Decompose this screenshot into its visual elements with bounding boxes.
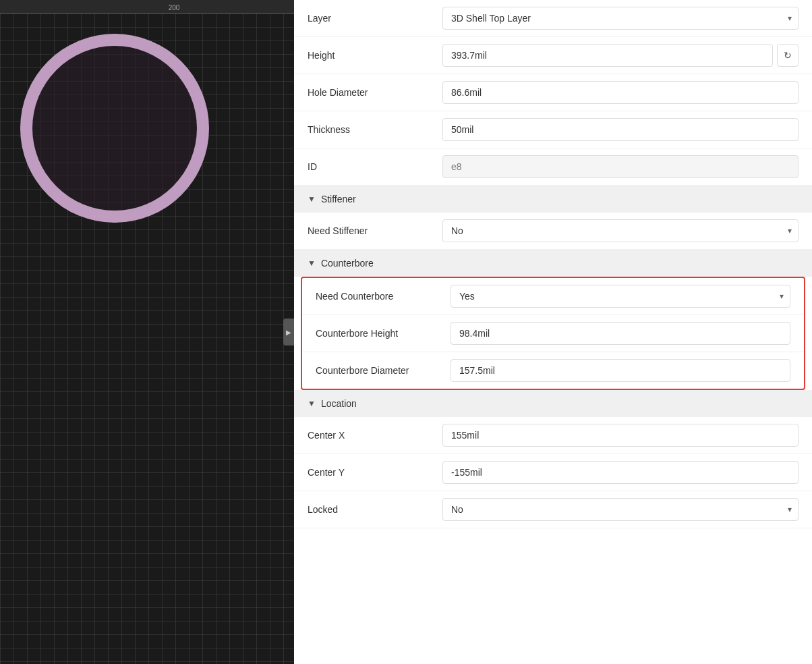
counterbore-height-label: Counterbore Height <box>316 328 451 339</box>
layer-select-wrapper: 3D Shell Top Layer 3D Shell Bottom Layer… <box>442 7 799 30</box>
height-refresh-button[interactable]: ↻ <box>777 44 799 67</box>
thickness-label: Thickness <box>308 124 442 135</box>
counterbore-diameter-label: Counterbore Diameter <box>316 365 451 376</box>
layer-select[interactable]: 3D Shell Top Layer 3D Shell Bottom Layer… <box>442 7 799 30</box>
need-stiffener-select-wrapper: No Yes ▾ <box>442 219 799 242</box>
ruler-top: 200 <box>0 0 294 13</box>
counterbore-diameter-row: Counterbore Diameter <box>302 352 804 389</box>
location-chevron-icon: ▼ <box>308 399 316 408</box>
location-section-header[interactable]: ▼ Location <box>294 390 812 417</box>
layer-row: Layer 3D Shell Top Layer 3D Shell Bottom… <box>294 0 812 37</box>
counterbore-section-header[interactable]: ▼ Counterbore <box>294 250 812 277</box>
center-y-input[interactable] <box>442 461 799 484</box>
height-label: Height <box>308 50 442 61</box>
counterbore-diameter-input[interactable] <box>451 359 790 382</box>
height-input[interactable] <box>442 44 773 67</box>
center-y-label: Center Y <box>308 467 442 478</box>
properties-panel: Layer 3D Shell Top Layer 3D Shell Bottom… <box>294 0 812 664</box>
ruler-mark-200: 200 <box>169 4 180 11</box>
height-input-wrapper: ↻ <box>442 44 799 67</box>
hole-diameter-input[interactable] <box>442 81 799 104</box>
need-counterbore-label: Need Counterbore <box>316 291 451 302</box>
need-stiffener-label: Need Stiffener <box>308 225 442 236</box>
stiffener-section-title: Stiffener <box>321 194 356 204</box>
counterbore-chevron-icon: ▼ <box>308 258 316 268</box>
counterbore-height-row: Counterbore Height <box>302 315 804 352</box>
locked-label: Locked <box>308 504 442 515</box>
need-counterbore-select[interactable]: Yes No <box>451 285 790 308</box>
counterbore-height-input[interactable] <box>451 322 790 345</box>
hole-diameter-row: Hole Diameter <box>294 74 812 111</box>
height-row: Height ↻ <box>294 37 812 74</box>
id-label: ID <box>308 161 442 172</box>
need-counterbore-select-wrapper: Yes No ▾ <box>451 285 790 308</box>
locked-select[interactable]: No Yes <box>442 498 799 521</box>
location-section-title: Location <box>321 398 357 409</box>
need-stiffener-row: Need Stiffener No Yes ▾ <box>294 213 812 250</box>
layer-label: Layer <box>308 13 442 24</box>
stiffener-section-header[interactable]: ▼ Stiffener <box>294 186 812 213</box>
circle-element <box>20 34 209 223</box>
counterbore-section-title: Counterbore <box>321 258 374 269</box>
thickness-input[interactable] <box>442 118 799 141</box>
id-row: ID <box>294 148 812 186</box>
need-counterbore-row: Need Counterbore Yes No ▾ <box>302 278 804 315</box>
refresh-icon: ↻ <box>784 50 792 61</box>
center-y-row: Center Y <box>294 454 812 491</box>
counterbore-highlighted-section: Need Counterbore Yes No ▾ Counterbore He… <box>301 277 805 390</box>
locked-select-wrapper: No Yes ▾ <box>442 498 799 521</box>
id-input[interactable] <box>442 155 799 178</box>
canvas-panel: 200 ▶ <box>0 0 294 664</box>
center-x-input[interactable] <box>442 424 799 447</box>
locked-row: Locked No Yes ▾ <box>294 491 812 528</box>
layer-value: 3D Shell Top Layer 3D Shell Bottom Layer… <box>442 7 799 30</box>
collapse-arrow[interactable]: ▶ <box>283 319 294 345</box>
hole-diameter-label: Hole Diameter <box>308 87 442 98</box>
thickness-row: Thickness <box>294 111 812 148</box>
center-x-row: Center X <box>294 417 812 454</box>
center-x-label: Center X <box>308 430 442 441</box>
need-stiffener-select[interactable]: No Yes <box>442 219 799 242</box>
stiffener-chevron-icon: ▼ <box>308 194 316 204</box>
